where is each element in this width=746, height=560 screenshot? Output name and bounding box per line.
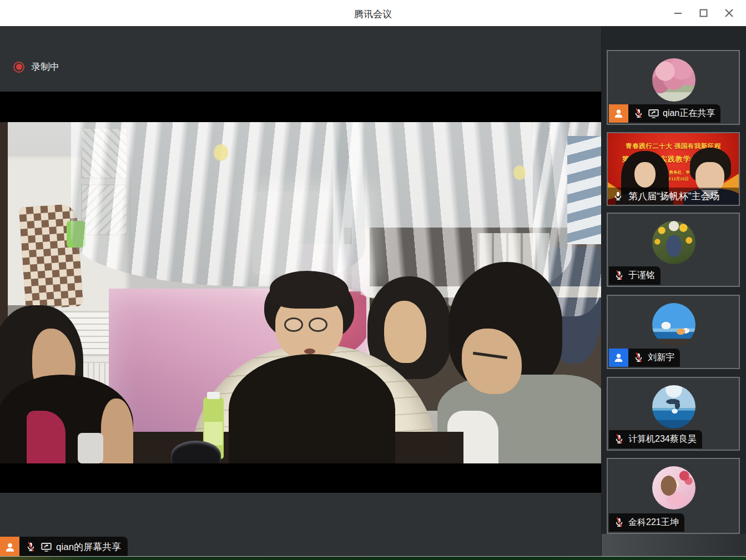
foreground-person-face <box>101 398 133 463</box>
white-cup <box>78 433 103 463</box>
shared-video-content <box>0 122 601 463</box>
participant-tile-cailianghao[interactable]: 计算机234蔡良昊 <box>607 377 740 451</box>
mic-muted-icon <box>633 352 644 364</box>
participant-tile-main-venue[interactable]: 青春践行二十大 强国有我新征程 第八届 ”实践教学优 大赛 克思主义学院、教务处… <box>607 132 740 206</box>
minimize-button[interactable] <box>665 2 690 24</box>
mic-muted-icon <box>25 541 37 553</box>
participant-nameplate: 金科221王坤 <box>609 513 684 532</box>
screen-share-icon <box>41 541 52 553</box>
participant-name: 于谨铭 <box>628 270 655 281</box>
recording-indicator: 录制中 <box>13 60 59 73</box>
person-center-mouth <box>304 349 315 354</box>
person-long-hair-face <box>384 301 426 363</box>
curtain-dot <box>513 165 526 180</box>
bottom-edge-strip <box>0 556 746 560</box>
participant-name: 第八届“扬帆杯”主会场 <box>628 190 719 203</box>
participant-nameplate: 于谨铭 <box>609 266 661 285</box>
foreground-person-head <box>229 354 395 463</box>
participant-nameplate: 刘新宇 <box>609 349 680 367</box>
curtain-dot <box>214 144 228 161</box>
screen-share-nameplate: qian的屏幕共享 <box>0 537 128 557</box>
close-button[interactable] <box>716 2 742 24</box>
shared-screen-stage[interactable]: 录制中 <box>0 26 601 560</box>
sharer-person-icon <box>0 537 19 557</box>
window-title: 腾讯会议 <box>0 8 746 21</box>
participant-name: qian正在共享 <box>663 108 715 119</box>
screen-share-icon <box>648 108 659 119</box>
participant-tile-liuxinyu[interactable]: 刘新宇 <box>607 295 740 369</box>
person-center-glasses <box>309 317 327 332</box>
avatar-cats-seaside <box>652 303 695 346</box>
participant-tile-wangkun[interactable]: 金科221王坤 <box>607 458 740 534</box>
participants-sidebar: qian正在共享 青春践行二十大 强国有我新征程 第八届 ”实践教学优 大赛 克… <box>601 26 746 560</box>
screen-share-label: qian的屏幕共享 <box>56 541 121 553</box>
participant-nameplate: qian正在共享 <box>609 104 720 123</box>
participant-tile-qian[interactable]: qian正在共享 <box>607 50 740 125</box>
recording-icon <box>13 62 24 73</box>
avatar-dolphin-ocean <box>652 385 695 428</box>
striped-towel <box>567 136 601 244</box>
maximize-button[interactable] <box>690 2 716 24</box>
mic-muted-icon <box>633 108 644 119</box>
participant-tile-yujinming[interactable]: 于谨铭 <box>607 213 740 287</box>
red-object <box>27 411 65 463</box>
self-person-icon <box>609 349 628 367</box>
mic-muted-icon <box>613 270 625 281</box>
titlebar: 腾讯会议 <box>0 0 746 26</box>
participant-name: 金科221王坤 <box>628 517 679 528</box>
venue-person-left-face <box>634 162 656 188</box>
person-center-fringe <box>270 271 349 309</box>
window-controls <box>665 0 742 26</box>
avatar-cherry-blossom <box>652 58 695 102</box>
bottle-cap <box>207 392 220 399</box>
tencent-meeting-window: 腾讯会议 录制中 <box>0 0 746 560</box>
mic-muted-icon <box>613 517 625 528</box>
participant-nameplate: 计算机234蔡良昊 <box>609 430 702 448</box>
sidebar-bottom-band <box>602 534 746 557</box>
person-center-glasses <box>284 317 303 332</box>
participant-nameplate: 第八届“扬帆杯”主会场 <box>608 188 739 205</box>
mic-muted-icon <box>613 433 625 445</box>
avatar-sunflower-figure <box>652 221 695 264</box>
bottle-label <box>204 422 223 445</box>
recording-label: 录制中 <box>31 60 59 73</box>
participant-name: 计算机234蔡良昊 <box>628 433 697 445</box>
participant-name: 刘新宇 <box>648 352 674 364</box>
mic-on-icon <box>612 190 624 202</box>
sharer-person-icon <box>609 104 628 123</box>
avatar-anime-girl <box>652 466 695 509</box>
